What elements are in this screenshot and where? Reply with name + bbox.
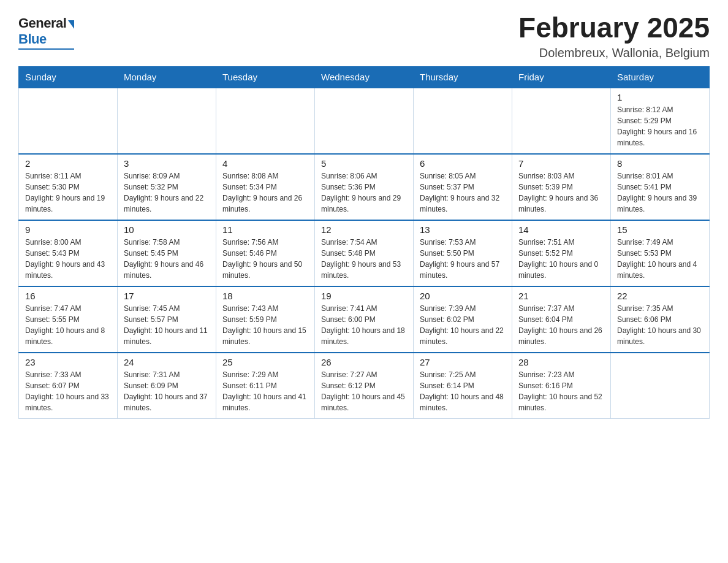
calendar-week-row: 23Sunrise: 7:33 AMSunset: 6:07 PMDayligh… (19, 353, 710, 419)
day-info: Sunrise: 7:27 AMSunset: 6:12 PMDaylight:… (321, 369, 407, 413)
day-info: Sunrise: 7:23 AMSunset: 6:16 PMDaylight:… (518, 369, 604, 413)
day-number: 14 (518, 224, 604, 235)
calendar-location: Dolembreux, Wallonia, Belgium (518, 46, 710, 60)
day-number: 7 (518, 158, 604, 169)
day-number: 24 (124, 357, 210, 367)
calendar-day-cell: 26Sunrise: 7:27 AMSunset: 6:12 PMDayligh… (315, 353, 414, 419)
day-number: 1 (617, 92, 703, 102)
calendar-day-cell: 17Sunrise: 7:45 AMSunset: 5:57 PMDayligh… (118, 286, 216, 353)
calendar-day-header: Friday (512, 66, 611, 88)
day-info: Sunrise: 7:53 AMSunset: 5:50 PMDaylight:… (420, 237, 506, 281)
calendar-day-cell: 25Sunrise: 7:29 AMSunset: 6:11 PMDayligh… (216, 353, 315, 419)
day-number: 17 (124, 291, 210, 301)
day-info: Sunrise: 8:06 AMSunset: 5:36 PMDaylight:… (321, 170, 407, 215)
day-info: Sunrise: 8:05 AMSunset: 5:37 PMDaylight:… (420, 170, 506, 215)
calendar-day-header: Saturday (611, 66, 710, 88)
calendar-day-cell: 15Sunrise: 7:49 AMSunset: 5:53 PMDayligh… (611, 220, 710, 286)
calendar-day-cell: 16Sunrise: 7:47 AMSunset: 5:55 PMDayligh… (19, 286, 118, 353)
day-number: 19 (321, 291, 407, 301)
calendar-table: SundayMondayTuesdayWednesdayThursdayFrid… (18, 66, 710, 419)
calendar-day-cell (118, 88, 216, 154)
day-number: 18 (222, 291, 308, 301)
calendar-header-row: SundayMondayTuesdayWednesdayThursdayFrid… (19, 66, 710, 88)
day-number: 11 (222, 224, 308, 235)
calendar-week-row: 16Sunrise: 7:47 AMSunset: 5:55 PMDayligh… (19, 286, 710, 353)
calendar-day-cell (512, 88, 611, 154)
day-number: 23 (25, 357, 111, 367)
day-info: Sunrise: 7:51 AMSunset: 5:52 PMDaylight:… (518, 237, 604, 281)
calendar-day-cell: 13Sunrise: 7:53 AMSunset: 5:50 PMDayligh… (414, 220, 512, 286)
logo-blue-text: Blue (18, 31, 47, 47)
day-number: 13 (420, 224, 506, 235)
calendar-week-row: 1Sunrise: 8:12 AMSunset: 5:29 PMDaylight… (19, 88, 710, 154)
day-number: 25 (222, 357, 308, 367)
day-number: 4 (222, 158, 308, 169)
logo: General Blue (18, 12, 74, 50)
calendar-day-cell: 24Sunrise: 7:31 AMSunset: 6:09 PMDayligh… (118, 353, 216, 419)
day-info: Sunrise: 8:12 AMSunset: 5:29 PMDaylight:… (617, 104, 703, 148)
calendar-week-row: 2Sunrise: 8:11 AMSunset: 5:30 PMDaylight… (19, 154, 710, 220)
day-info: Sunrise: 8:00 AMSunset: 5:43 PMDaylight:… (25, 237, 111, 281)
day-info: Sunrise: 7:56 AMSunset: 5:46 PMDaylight:… (222, 237, 308, 281)
calendar-day-cell (19, 88, 118, 154)
calendar-week-row: 9Sunrise: 8:00 AMSunset: 5:43 PMDaylight… (19, 220, 710, 286)
day-info: Sunrise: 7:43 AMSunset: 5:59 PMDaylight:… (222, 303, 308, 347)
calendar-day-cell: 20Sunrise: 7:39 AMSunset: 6:02 PMDayligh… (414, 286, 512, 353)
day-number: 20 (420, 291, 506, 301)
calendar-day-header: Sunday (19, 66, 118, 88)
calendar-day-cell: 14Sunrise: 7:51 AMSunset: 5:52 PMDayligh… (512, 220, 611, 286)
logo-underline (18, 48, 74, 50)
calendar-day-cell: 8Sunrise: 8:01 AMSunset: 5:41 PMDaylight… (611, 154, 710, 220)
day-info: Sunrise: 7:35 AMSunset: 6:06 PMDaylight:… (617, 303, 703, 347)
day-info: Sunrise: 7:58 AMSunset: 5:45 PMDaylight:… (124, 237, 210, 281)
day-info: Sunrise: 7:37 AMSunset: 6:04 PMDaylight:… (518, 303, 604, 347)
day-info: Sunrise: 8:11 AMSunset: 5:30 PMDaylight:… (25, 170, 111, 215)
day-number: 16 (25, 291, 111, 301)
calendar-day-cell: 12Sunrise: 7:54 AMSunset: 5:48 PMDayligh… (315, 220, 414, 286)
day-info: Sunrise: 7:29 AMSunset: 6:11 PMDaylight:… (222, 369, 308, 413)
day-number: 28 (518, 357, 604, 367)
day-info: Sunrise: 8:09 AMSunset: 5:32 PMDaylight:… (124, 170, 210, 215)
calendar-day-cell: 10Sunrise: 7:58 AMSunset: 5:45 PMDayligh… (118, 220, 216, 286)
day-number: 2 (25, 158, 111, 169)
calendar-day-cell: 18Sunrise: 7:43 AMSunset: 5:59 PMDayligh… (216, 286, 315, 353)
calendar-day-cell (315, 88, 414, 154)
day-number: 9 (25, 224, 111, 235)
calendar-day-cell: 7Sunrise: 8:03 AMSunset: 5:39 PMDaylight… (512, 154, 611, 220)
day-info: Sunrise: 7:25 AMSunset: 6:14 PMDaylight:… (420, 369, 506, 413)
day-info: Sunrise: 8:01 AMSunset: 5:41 PMDaylight:… (617, 170, 703, 215)
day-number: 12 (321, 224, 407, 235)
day-number: 21 (518, 291, 604, 301)
calendar-day-cell: 1Sunrise: 8:12 AMSunset: 5:29 PMDaylight… (611, 88, 710, 154)
logo-general-text: General (18, 15, 66, 31)
day-number: 26 (321, 357, 407, 367)
day-info: Sunrise: 7:45 AMSunset: 5:57 PMDaylight:… (124, 303, 210, 347)
calendar-day-cell: 3Sunrise: 8:09 AMSunset: 5:32 PMDaylight… (118, 154, 216, 220)
calendar-day-cell (216, 88, 315, 154)
calendar-day-cell: 9Sunrise: 8:00 AMSunset: 5:43 PMDaylight… (19, 220, 118, 286)
day-number: 15 (617, 224, 703, 235)
day-info: Sunrise: 8:08 AMSunset: 5:34 PMDaylight:… (222, 170, 308, 215)
calendar-day-cell: 27Sunrise: 7:25 AMSunset: 6:14 PMDayligh… (414, 353, 512, 419)
calendar-day-cell: 28Sunrise: 7:23 AMSunset: 6:16 PMDayligh… (512, 353, 611, 419)
day-number: 3 (124, 158, 210, 169)
day-info: Sunrise: 7:31 AMSunset: 6:09 PMDaylight:… (124, 369, 210, 413)
calendar-day-header: Tuesday (216, 66, 315, 88)
calendar-day-cell (414, 88, 512, 154)
day-info: Sunrise: 7:33 AMSunset: 6:07 PMDaylight:… (25, 369, 111, 413)
day-number: 5 (321, 158, 407, 169)
day-number: 8 (617, 158, 703, 169)
calendar-day-cell: 21Sunrise: 7:37 AMSunset: 6:04 PMDayligh… (512, 286, 611, 353)
day-info: Sunrise: 7:39 AMSunset: 6:02 PMDaylight:… (420, 303, 506, 347)
day-number: 10 (124, 224, 210, 235)
calendar-day-cell: 4Sunrise: 8:08 AMSunset: 5:34 PMDaylight… (216, 154, 315, 220)
day-info: Sunrise: 7:47 AMSunset: 5:55 PMDaylight:… (25, 303, 111, 347)
logo-arrow-icon (68, 20, 74, 29)
day-info: Sunrise: 8:03 AMSunset: 5:39 PMDaylight:… (518, 170, 604, 215)
calendar-day-header: Wednesday (315, 66, 414, 88)
day-number: 6 (420, 158, 506, 169)
calendar-day-cell: 22Sunrise: 7:35 AMSunset: 6:06 PMDayligh… (611, 286, 710, 353)
calendar-day-cell: 23Sunrise: 7:33 AMSunset: 6:07 PMDayligh… (19, 353, 118, 419)
calendar-day-cell: 6Sunrise: 8:05 AMSunset: 5:37 PMDaylight… (414, 154, 512, 220)
day-number: 27 (420, 357, 506, 367)
